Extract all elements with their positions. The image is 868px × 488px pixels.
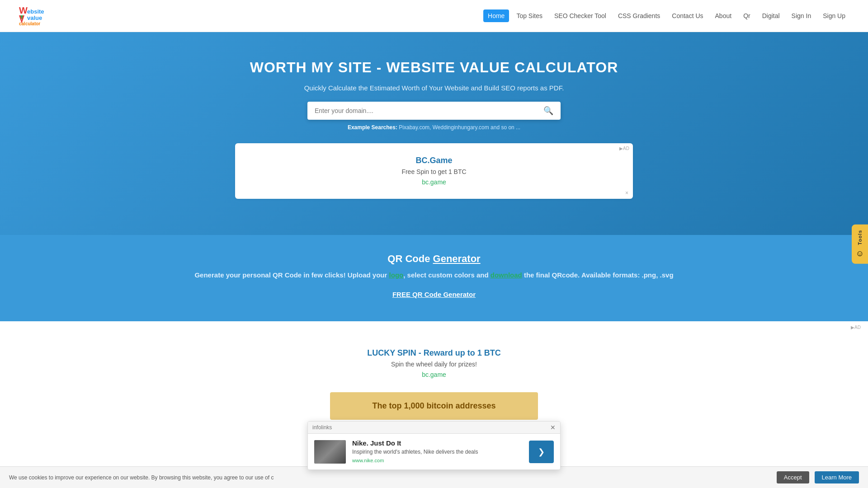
qr-description: Generate your personal QR Code in few cl… (9, 271, 859, 279)
lucky-spin-link[interactable]: bc.game (422, 371, 446, 378)
navbar: W ebsite value calculator Home Top Sites… (0, 0, 868, 32)
ad-description: Free Spin to get 1 BTC (244, 168, 624, 175)
bitcoin-card: The top 1,000 bitcoin addresses (330, 392, 538, 420)
nav-item-signup[interactable]: Sign Up (818, 12, 850, 20)
domain-search-input[interactable] (307, 102, 536, 120)
lucky-spin-description: Spin the wheel daily for prizes! (18, 361, 850, 368)
smiley-icon: ☺ (856, 249, 864, 258)
svg-text:calculator: calculator (19, 21, 40, 26)
ad-link[interactable]: bc.game (422, 178, 446, 186)
bitcoin-title: The top 1,000 bitcoin addresses (339, 401, 529, 411)
qr-section: QR Code Generator Generate your personal… (0, 235, 868, 321)
example-searches: Example Searches: Pixabay.com, Weddingin… (9, 124, 859, 131)
nav-item-top-sites[interactable]: Top Sites (512, 12, 547, 20)
hero-subtitle: Quickly Calculate the Estimated Worth of… (9, 84, 859, 92)
nav-item-signin[interactable]: Sign In (787, 12, 816, 20)
white-ad-section: ▶AD LUCKY SPIN - Reward up to 1 BTC Spin… (0, 321, 868, 433)
tools-label: Tools (857, 230, 863, 245)
ad-close-button[interactable]: × (625, 190, 628, 196)
search-bar: 🔍 (307, 102, 561, 120)
lucky-spin-ad: LUCKY SPIN - Reward up to 1 BTC Spin the… (9, 335, 859, 383)
nav-item-contact[interactable]: Contact Us (667, 12, 708, 20)
nav-item-about[interactable]: About (711, 12, 736, 20)
hero-title: WORTH MY SITE - WEBSITE VALUE CALCULATOR (9, 59, 859, 76)
qr-heading: QR Code Generator (9, 253, 859, 265)
svg-text:value: value (27, 14, 42, 21)
nav-links: Home Top Sites SEO Checker Tool CSS Grad… (483, 12, 850, 20)
ad-label: ▶AD (619, 146, 629, 151)
nav-item-seo-checker[interactable]: SEO Checker Tool (550, 12, 611, 20)
nav-item-home[interactable]: Home (483, 12, 509, 20)
qr-download-link[interactable]: download (491, 271, 522, 279)
qr-generator-link[interactable]: Generator (433, 253, 481, 264)
nav-item-css-gradients[interactable]: CSS Gradients (613, 12, 665, 20)
tools-sidebar[interactable]: Tools ☺ (852, 225, 868, 264)
infolinks-header: infolinks ✕ (308, 422, 560, 433)
nav-item-qr[interactable]: Qr (739, 12, 755, 20)
infolinks-close-button[interactable]: ✕ (550, 424, 556, 431)
search-button[interactable]: 🔍 (536, 102, 561, 120)
nav-item-digital[interactable]: Digital (758, 12, 784, 20)
search-icon: 🔍 (543, 106, 553, 115)
qr-logo-link[interactable]: logo (389, 271, 404, 279)
hero-section: WORTH MY SITE - WEBSITE VALUE CALCULATOR… (0, 32, 868, 235)
site-logo[interactable]: W ebsite value calculator (18, 4, 77, 28)
ad-title: BC.Game (244, 156, 624, 165)
infolinks-brand: infolinks (312, 424, 332, 431)
lucky-spin-title: LUCKY SPIN - Reward up to 1 BTC (18, 348, 850, 358)
ad-label-2: ▶AD (851, 325, 861, 330)
qr-cta-link[interactable]: FREE QR Code Generator (392, 291, 476, 298)
svg-text:W: W (19, 5, 28, 15)
infolinks-popup: infolinks ✕ Nike. Just Do It Inspiring t… (307, 421, 561, 433)
ad-card: ▶AD BC.Game Free Spin to get 1 BTC bc.ga… (235, 143, 633, 199)
svg-text:ebsite: ebsite (27, 8, 44, 15)
